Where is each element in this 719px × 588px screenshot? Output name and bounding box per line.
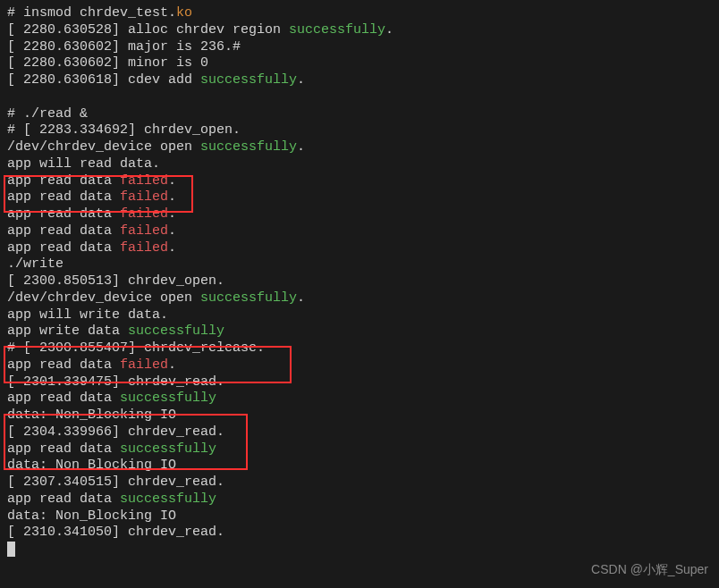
terminal-line: app read data failed. (7, 173, 712, 190)
terminal-text-segment: /dev/chrdev_device open (7, 139, 200, 155)
terminal-line: data: Non_Blocking IO (7, 407, 712, 424)
terminal-text-segment: [ 2310.341050] chrdev_read. (7, 525, 224, 540)
terminal-text-segment: [ 2280.630618] cdev add (7, 72, 200, 88)
terminal-text-segment: successfully (128, 323, 224, 339)
terminal-text-segment: . (168, 240, 176, 256)
terminal-line: data: Non_Blocking IO (7, 458, 712, 475)
terminal-text-segment: successfully (120, 391, 216, 406)
terminal-text-segment: successfully (200, 139, 297, 155)
watermark: CSDN @小辉_Super (591, 562, 708, 578)
terminal-text-segment (7, 89, 15, 105)
terminal-text-segment: # [ 2283.334692] chrdev_open. (7, 122, 241, 138)
terminal-line: app read data successfully (7, 391, 712, 407)
terminal-text-segment: [ 2301.339475] chrdev_read. (7, 374, 224, 390)
terminal-line: data: Non_Blocking IO (7, 508, 712, 525)
terminal-text-segment: failed (120, 223, 168, 239)
terminal-text-segment: failed (120, 357, 168, 373)
terminal-line: app read data failed. (7, 206, 712, 223)
terminal-line: [ 2300.850513] chrdev_open. (7, 273, 712, 290)
terminal-text-segment: app read data (7, 223, 120, 239)
terminal-text-segment: app read data (7, 189, 120, 205)
terminal-line: app read data successfully (7, 491, 712, 508)
terminal-text-segment: app will write data. (7, 307, 168, 323)
terminal-text-segment: failed (120, 189, 168, 205)
terminal-line: app read data successfully (7, 441, 712, 458)
terminal-text-segment: [ 2304.339966] chrdev_read. (7, 424, 224, 440)
terminal-text-segment: app write data (7, 323, 128, 339)
terminal-line (7, 89, 712, 106)
terminal-line: ./write (7, 256, 712, 273)
cursor-icon (7, 542, 15, 557)
terminal-line: app will write data. (7, 307, 712, 324)
terminal-text-segment: successfully (200, 290, 297, 306)
terminal-line: [ 2301.339475] chrdev_read. (7, 374, 712, 391)
terminal-line: app write data successfully (7, 323, 712, 340)
terminal-text-segment: . (385, 22, 393, 38)
terminal-line: [ 2307.340515] chrdev_read. (7, 475, 712, 491)
terminal-text-segment: app read data (7, 357, 120, 373)
terminal-text-segment: successfully (120, 441, 216, 457)
terminal-cursor-line (7, 542, 712, 559)
terminal-text-segment: . (297, 290, 305, 306)
terminal-line: [ 2304.339966] chrdev_read. (7, 424, 712, 441)
terminal-line: [ 2280.630602] major is 236.# (7, 39, 712, 56)
terminal-text-segment: /dev/chrdev_device open (7, 290, 200, 306)
terminal-text-segment: # ./read & (7, 106, 88, 122)
terminal-text-segment: app read data (7, 206, 120, 222)
terminal-text-segment: . (168, 223, 176, 239)
terminal-text-segment: successfully (289, 22, 385, 38)
terminal-line: # [ 2283.334692] chrdev_open. (7, 122, 712, 139)
terminal-text-segment: . (297, 72, 305, 88)
terminal-text-segment: [ 2307.340515] chrdev_read. (7, 475, 224, 490)
terminal-text-segment: successfully (200, 72, 297, 88)
terminal-line: # [ 2300.855407] chrdev_release. (7, 340, 712, 357)
terminal-text-segment: data: Non_Blocking IO (7, 458, 176, 473)
terminal-text-segment: . (168, 189, 176, 205)
terminal-line: app read data failed. (7, 240, 712, 257)
terminal-text-segment: . (297, 139, 305, 155)
terminal-text-segment: ko (176, 5, 192, 21)
terminal-text-segment: app read data (7, 491, 120, 507)
terminal-text-segment: ./write (7, 256, 63, 272)
terminal-line: [ 2280.630618] cdev add successfully. (7, 72, 712, 89)
terminal-text-segment: [ 2280.630602] minor is 0 (7, 55, 208, 71)
terminal-text-segment: successfully (120, 491, 216, 507)
terminal-text-segment: . (168, 357, 176, 373)
terminal-text-segment: failed (120, 206, 168, 222)
terminal-text-segment: data: Non_Blocking IO (7, 407, 176, 423)
terminal-text-segment: app read data (7, 173, 120, 189)
terminal-text-segment: # insmod chrdev_test. (7, 5, 176, 21)
terminal-line: [ 2280.630528] alloc chrdev region succe… (7, 22, 712, 39)
terminal-line: /dev/chrdev_device open successfully. (7, 139, 712, 156)
terminal-text-segment: # [ 2300.855407] chrdev_release. (7, 340, 265, 356)
terminal-line: # ./read & (7, 106, 712, 123)
terminal-text-segment: app read data (7, 441, 120, 457)
terminal-line: [ 2280.630602] minor is 0 (7, 55, 712, 72)
terminal-output: # insmod chrdev_test.ko[ 2280.630528] al… (7, 5, 712, 559)
terminal-text-segment: . (168, 206, 176, 222)
terminal-text-segment: [ 2280.630602] major is 236.# (7, 39, 241, 55)
terminal-text-segment: app read data (7, 391, 120, 406)
terminal-text-segment: app will read data. (7, 156, 160, 172)
terminal-line: [ 2310.341050] chrdev_read. (7, 525, 712, 542)
terminal-line: /dev/chrdev_device open successfully. (7, 290, 712, 307)
terminal-line: app read data failed. (7, 189, 712, 206)
terminal-text-segment: . (168, 173, 176, 189)
terminal-text-segment: failed (120, 240, 168, 256)
terminal-text-segment: app read data (7, 240, 120, 256)
terminal-line: # insmod chrdev_test.ko (7, 5, 712, 22)
terminal-text-segment: failed (120, 173, 168, 189)
terminal-line: app will read data. (7, 156, 712, 173)
terminal-text-segment: data: Non_Blocking IO (7, 508, 176, 524)
terminal-line: app read data failed. (7, 357, 712, 374)
terminal-text-segment: [ 2300.850513] chrdev_open. (7, 273, 224, 289)
terminal-line: app read data failed. (7, 223, 712, 240)
terminal-text-segment: [ 2280.630528] alloc chrdev region (7, 22, 289, 38)
